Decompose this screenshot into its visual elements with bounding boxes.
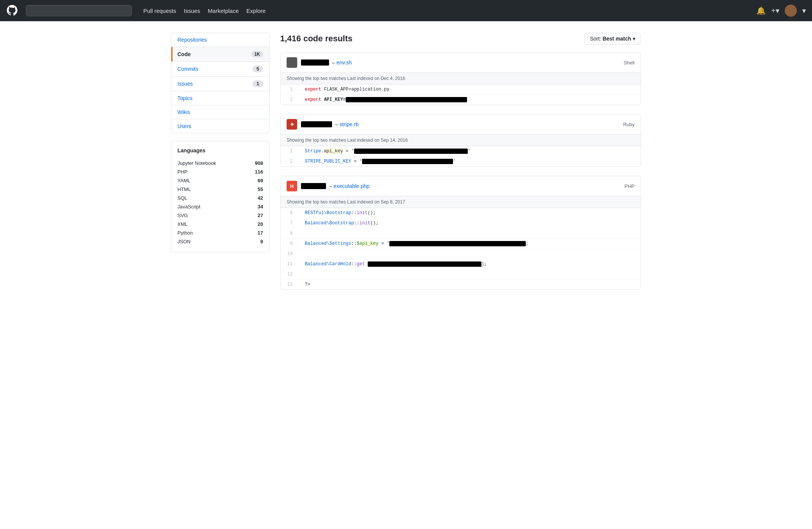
sidebar-item-issues[interactable]: Issues 1	[171, 77, 269, 91]
result-lang-3: PHP	[624, 183, 635, 189]
result-avatar-3: H	[287, 181, 297, 191]
sidebar: Repositories Code 1K Commits 5 Issues 1 …	[171, 33, 270, 299]
result-avatar-1	[287, 57, 297, 68]
result-path-2: – stripe.rb	[301, 121, 359, 127]
result-card-1: – env.sh Shell Showing the top two match…	[280, 52, 641, 105]
sidebar-item-topics[interactable]: Topics	[171, 91, 269, 105]
code-line: 12	[281, 269, 641, 280]
code-line: 2 export API_KEY=	[281, 95, 641, 105]
page-container: Repositories Code 1K Commits 5 Issues 1 …	[163, 33, 649, 299]
filter-section: Repositories Code 1K Commits 5 Issues 1 …	[171, 33, 270, 133]
navbar-pull-requests[interactable]: Pull requests	[143, 8, 176, 14]
lang-item[interactable]: XML20	[177, 220, 263, 229]
result-avatar-2: ✦	[287, 119, 297, 130]
github-logo	[6, 4, 18, 17]
navbar-explore[interactable]: Explore	[246, 8, 266, 14]
result-header-2: ✦ – stripe.rb Ruby	[281, 114, 641, 135]
result-sub-1: Showing the top two matches Last indexed…	[281, 73, 641, 85]
code-line: 1 Stripe.api_key = ''	[281, 146, 641, 157]
result-filename-1[interactable]: env.sh	[337, 59, 352, 66]
lang-item[interactable]: SQL42	[177, 194, 263, 202]
notifications-button[interactable]: 🔔	[756, 6, 766, 15]
navbar-links: Pull requests Issues Marketplace Explore	[143, 8, 749, 14]
commits-badge: 5	[252, 66, 263, 72]
result-sub-2: Showing the top two matches Last indexed…	[281, 135, 641, 146]
code-line: 10	[281, 249, 641, 259]
navbar-right: 🔔 +▾ ▾	[756, 5, 806, 17]
code-line: 7 Balanced\Bootstrap::init();	[281, 218, 641, 229]
search-input[interactable]: api_key=q9	[26, 5, 132, 16]
result-card-3: H – executable.php PHP Showing the top t…	[280, 176, 641, 290]
new-menu-button[interactable]: +▾	[771, 6, 779, 15]
navbar: api_key=q9 Pull requests Issues Marketpl…	[0, 0, 812, 21]
result-lang-1: Shell	[624, 60, 635, 66]
result-card-2: ✦ – stripe.rb Ruby Showing the top two m…	[280, 114, 641, 167]
result-meta-1: – env.sh	[287, 57, 352, 68]
code-block-1: 1 export FLASK_APP=application.py 2 expo…	[281, 85, 641, 105]
avatar[interactable]	[785, 5, 797, 17]
sort-button[interactable]: Sort: Best match ▾	[584, 33, 641, 45]
result-path-3: – executable.php	[301, 183, 370, 189]
navbar-marketplace[interactable]: Marketplace	[208, 8, 239, 14]
sidebar-item-commits[interactable]: Commits 5	[171, 62, 269, 77]
user-menu-button[interactable]: ▾	[802, 6, 806, 15]
sidebar-item-users[interactable]: Users	[171, 119, 269, 133]
code-badge: 1K	[251, 51, 263, 58]
main-content: 1,416 code results Sort: Best match ▾ – …	[280, 33, 641, 299]
code-line: 9 Balanced\Settings::$api_key = ';	[281, 239, 641, 249]
result-filename-2[interactable]: stripe.rb	[339, 121, 359, 127]
code-block-2: 1 Stripe.api_key = '' 2 STRIPE_PUBLIC_KE…	[281, 146, 641, 166]
result-filename-3[interactable]: executable.php	[334, 183, 370, 189]
lang-item[interactable]: Python17	[177, 229, 263, 237]
sidebar-item-wikis[interactable]: Wikis	[171, 105, 269, 119]
code-line: 13 ?>	[281, 280, 641, 290]
code-line: 2 STRIPE_PUBLIC_KEY = ''	[281, 157, 641, 166]
lang-item[interactable]: YAML69	[177, 176, 263, 185]
code-line: 8	[281, 229, 641, 239]
lang-item[interactable]: HTML55	[177, 185, 263, 194]
result-path-1: – env.sh	[301, 59, 352, 66]
languages-section: Languages Jupyter Notebook908PHP116YAML6…	[171, 141, 270, 252]
result-meta-3: H – executable.php	[287, 181, 370, 191]
lang-item[interactable]: JavaScript34	[177, 202, 263, 211]
result-meta-2: ✦ – stripe.rb	[287, 119, 359, 130]
result-sub-3: Showing the top two matches Last indexed…	[281, 196, 641, 208]
results-header: 1,416 code results Sort: Best match ▾	[280, 33, 641, 45]
lang-item[interactable]: JSON9	[177, 237, 263, 246]
code-line: 6 RESTful\Bootstrap::init();	[281, 208, 641, 218]
code-line: 11 Balanced\CardHold::get );	[281, 259, 641, 269]
lang-item[interactable]: SVG27	[177, 211, 263, 220]
languages-title: Languages	[177, 147, 263, 153]
code-block-3: 6 RESTful\Bootstrap::init(); 7 Balanced\…	[281, 208, 641, 290]
lang-item[interactable]: PHP116	[177, 167, 263, 176]
result-lang-2: Ruby	[623, 122, 635, 127]
result-header-1: – env.sh Shell	[281, 53, 641, 73]
result-header-3: H – executable.php PHP	[281, 176, 641, 196]
results-count: 1,416 code results	[280, 34, 353, 44]
sidebar-item-code[interactable]: Code 1K	[171, 47, 269, 62]
languages-list: Jupyter Notebook908PHP116YAML69HTML55SQL…	[177, 159, 263, 246]
issues-badge: 1	[252, 80, 263, 87]
code-line: 1 export FLASK_APP=application.py	[281, 85, 641, 95]
sidebar-item-repositories[interactable]: Repositories	[171, 33, 269, 47]
lang-item[interactable]: Jupyter Notebook908	[177, 159, 263, 167]
navbar-issues[interactable]: Issues	[184, 8, 200, 14]
